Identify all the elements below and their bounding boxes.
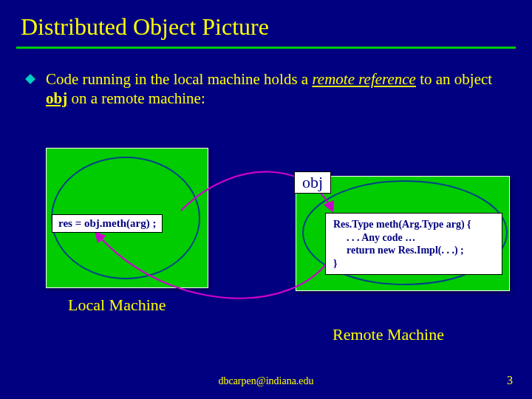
- bullet-text-post: on a remote machine:: [67, 89, 205, 107]
- local-code-snippet: res = obj.meth(arg) ;: [52, 214, 163, 233]
- bullet-bold-term: obj: [46, 89, 67, 107]
- slide-title: Distributed Object Picture: [0, 0, 532, 47]
- bullet-item: Code running in the local machine holds …: [0, 49, 532, 109]
- bullet-text: Code running in the local machine holds …: [46, 69, 502, 109]
- remote-machine-label: Remote Machine: [332, 325, 444, 344]
- obj-label: obj: [294, 171, 331, 194]
- bullet-text-mid: to an object: [416, 70, 492, 88]
- bullet-italic-term: remote reference: [312, 70, 416, 88]
- local-machine-label: Local Machine: [68, 296, 166, 315]
- remote-code-line-2: . . . Any code …: [333, 231, 494, 245]
- remote-code-line-3: return new Res.Impl(. . .) ;: [333, 244, 494, 257]
- diamond-bullet-icon: [25, 74, 35, 87]
- remote-code-line-4: }: [333, 258, 338, 269]
- bullet-text-pre: Code running in the local machine holds …: [46, 70, 312, 88]
- page-number: 3: [507, 374, 513, 387]
- remote-code-snippet: Res.Type meth(Arg.Type arg) { . . . Any …: [325, 213, 502, 275]
- footer-email: dbcarpen@indiana.edu: [0, 375, 532, 387]
- remote-code-line-1: Res.Type meth(Arg.Type arg) {: [333, 219, 471, 230]
- svg-marker-0: [25, 74, 35, 84]
